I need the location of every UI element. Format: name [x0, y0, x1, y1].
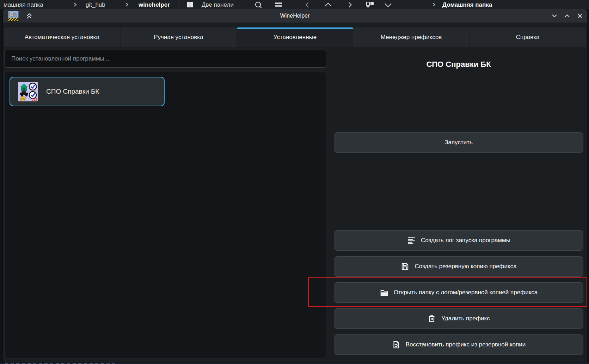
desktop-screen: машняя папка git_hub winehelper Две пане… [0, 0, 589, 364]
tab-manual-install[interactable]: Ручная установка [121, 27, 237, 47]
clipped-text-fragment [5, 363, 118, 364]
toolbar-divider [426, 1, 426, 8]
breadcrumb-winehelper[interactable]: winehelper [139, 1, 170, 9]
down-icon[interactable] [384, 2, 393, 8]
up-icon[interactable] [324, 1, 333, 8]
save-floppy-icon [400, 262, 410, 271]
maximize-icon[interactable] [564, 12, 571, 19]
breadcrumb-home[interactable]: Домашняя папка [442, 1, 492, 9]
breadcrumb-home-cut[interactable]: машняя папка [4, 1, 43, 9]
toolbar-divider [179, 1, 179, 8]
background-bottom-strip [0, 363, 589, 364]
restore-prefix-button[interactable]: Восстановить префикс из резервной копии [334, 334, 583, 355]
titlebar[interactable]: WineHelper [3, 9, 587, 23]
panel-view-icon[interactable] [366, 1, 374, 8]
tab-installed[interactable]: Установленные [237, 27, 353, 47]
installed-programs-list: 2.5 СПО Справки БК [5, 72, 326, 358]
restore-file-icon [392, 340, 401, 349]
tab-bar: Автоматическая установка Ручная установк… [4, 27, 586, 47]
run-button[interactable]: Запустить [334, 132, 583, 153]
search-icon[interactable] [254, 1, 262, 9]
list-item-spo-spravki-bk[interactable]: 2.5 СПО Справки БК [10, 77, 165, 106]
tab-auto-install[interactable]: Автоматическая установка [4, 27, 121, 47]
log-lines-icon [407, 236, 416, 245]
chevron-right-icon [432, 2, 436, 7]
program-name: СПО Справки БК [46, 88, 99, 95]
tab-prefix-manager[interactable]: Менеджер префиксов [353, 27, 470, 47]
two-panels-label[interactable]: Две панели [202, 1, 234, 9]
create-log-button[interactable]: Создать лог запуска программы [334, 230, 583, 251]
menu-icon[interactable] [274, 2, 283, 8]
minimize-icon[interactable] [551, 12, 558, 19]
open-folder-button[interactable]: Открыть папку с логом/резервной копией п… [334, 282, 583, 303]
window-title: WineHelper [3, 9, 587, 23]
tab-help[interactable]: Справка [470, 27, 586, 47]
search-input[interactable] [5, 50, 326, 68]
trash-icon [427, 314, 436, 323]
window-controls [551, 12, 583, 19]
delete-prefix-button[interactable]: Удалить префикс [334, 308, 583, 329]
background-file-manager-toolbar: машняя папка git_hub winehelper Две пане… [0, 0, 589, 9]
forward-icon[interactable] [346, 1, 354, 8]
split-view-icon[interactable] [186, 1, 194, 9]
winehelper-window: WineHelper Автоматическая установка Ручн… [3, 9, 587, 363]
spo-spravki-bk-program-icon: 2.5 [18, 82, 38, 101]
chevron-right-icon [73, 2, 77, 7]
create-backup-button[interactable]: Создать резервную копию префикса [334, 256, 583, 277]
close-icon[interactable] [576, 12, 583, 19]
breadcrumb-git-hub[interactable]: git_hub [86, 1, 105, 9]
selected-program-title: СПО Справки БК [334, 60, 583, 69]
svg-text:2.5: 2.5 [31, 98, 38, 101]
chevron-right-icon [125, 2, 129, 7]
folder-icon [380, 288, 389, 297]
back-icon[interactable] [304, 1, 311, 8]
